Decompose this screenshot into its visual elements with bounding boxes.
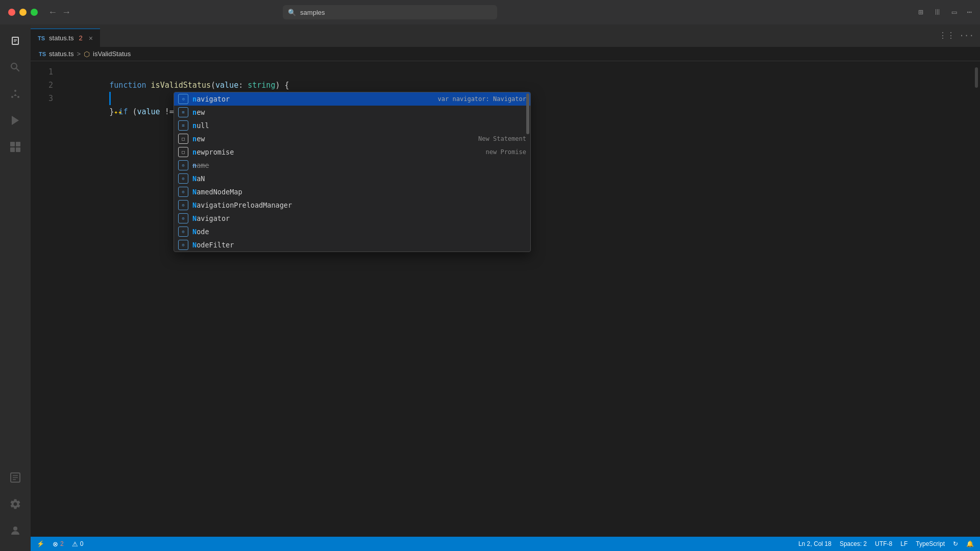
editor-area: TS status.ts 2 × ⋮⋮ ··· TS status.ts > ⬡… [31,24,980,551]
ac-item-name[interactable]: ⊙ name [174,159,530,172]
ac-label-namednodemap: NamedNodeMap [192,188,522,196]
eol[interactable]: LF [900,540,908,547]
close-brace: } [109,107,114,116]
ac-label-navigator: navigator [192,95,434,103]
activity-search[interactable] [3,55,28,80]
activity-files[interactable] [3,29,28,53]
tab-close-button[interactable]: × [89,34,93,42]
autocomplete-scrollbar[interactable] [526,93,529,134]
forward-button[interactable]: → [64,7,69,17]
titlebar: ← → 🔍 samples ⊞ ⫼ ▭ ⋯ [0,0,980,24]
split-editor-icon[interactable]: ⫼ [934,7,942,17]
ac-label-new-snip: new [192,135,474,143]
code-area[interactable]: function isValidStatus(value: string) { … [61,65,973,537]
breadcrumb-function[interactable]: isValidStatus [93,50,131,58]
scrollbar-thumb [975,67,978,88]
remote-icon: ⚡ [37,540,44,547]
activity-settings[interactable] [3,492,28,516]
indentation[interactable]: Spaces: 2 [840,540,867,547]
cursor-position[interactable]: Ln 2, Col 18 [798,540,831,547]
svg-rect-1 [14,40,17,41]
ac-label-null: null [192,121,522,130]
ac-item-namednodemap[interactable]: ⊙ NamedNodeMap [174,185,530,198]
ac-icon-new-snip: □ [178,134,188,144]
function-icon: ⬡ [84,50,90,58]
ac-icon-node: ⊙ [178,227,188,237]
ac-item-newpromise[interactable]: □ newpromise new Promise [174,145,530,159]
position-text: Ln 2, Col 18 [798,540,831,547]
ac-item-new-snip[interactable]: □ new New Statement [174,132,530,145]
ac-label-navpreload: NavigationPreloadManager [192,201,522,209]
ac-icon-null: ≡ [178,120,188,131]
split-editor-icon[interactable]: ⋮⋮ [939,31,955,41]
more-icon[interactable]: ⋯ [967,7,972,17]
line-numbers: 1 2 3 [31,65,61,537]
spaces-text: Spaces: 2 [840,540,867,547]
activity-source-control[interactable] [3,82,28,106]
ac-icon-new-kw: ≡ [178,107,188,117]
ac-item-nan[interactable]: ⊙ NaN [174,172,530,185]
search-text: samples [300,9,325,16]
wand-icons: ✦✦ [114,108,122,116]
breadcrumb-file[interactable]: status.ts [49,50,74,58]
svg-point-16 [13,527,17,531]
ac-icon-navpreload: ⊙ [178,200,188,210]
warning-count-item[interactable]: ⚠ 0 [72,540,84,548]
autocomplete-dropdown[interactable]: ⊙ navigator var navigator: Navigator ≡ n… [174,92,531,252]
remote-indicator[interactable]: ⚡ [37,540,44,547]
ac-detail-newpromise: new Promise [486,148,526,156]
var-value: value [137,107,160,116]
ac-label-newpromise: newpromise [192,148,482,156]
ac-icon-navigator-class: ⊙ [178,213,188,223]
search-icon: 🔍 [288,9,296,16]
breadcrumb-ts-badge: TS [39,51,46,57]
ac-icon-namednodemap: ⊙ [178,187,188,197]
line-number-2: 2 [31,79,53,92]
svg-rect-9 [16,142,20,146]
command-palette[interactable]: 🔍 samples [283,5,497,19]
svg-point-5 [17,96,19,98]
notification-icon-item[interactable]: 🔔 [966,540,974,547]
activity-run[interactable] [3,108,28,133]
ac-label-nan: NaN [192,174,522,183]
activity-account[interactable] [3,518,28,543]
notification-icon: 🔔 [966,540,974,547]
close-button[interactable] [8,9,15,16]
ac-item-null[interactable]: ≡ null [174,119,530,132]
ac-match: n [192,95,197,103]
warning-count: 0 [80,540,84,547]
main-layout: TS status.ts 2 × ⋮⋮ ··· TS status.ts > ⬡… [0,24,980,551]
editor-scrollbar[interactable] [973,65,980,537]
language-mode[interactable]: TypeScript [916,540,945,547]
breadcrumb-separator: > [77,50,81,58]
tab-status-ts[interactable]: TS status.ts 2 × [31,29,100,47]
ac-item-new-kw[interactable]: ≡ new [174,106,530,119]
ac-label-new-kw: new [192,108,522,116]
ac-label-name: name [192,161,522,169]
panel-icon[interactable]: ▭ [952,7,957,17]
ac-detail-new-snip: New Statement [478,135,526,142]
traffic-lights [8,9,38,16]
ac-item-navpreload[interactable]: ⊙ NavigationPreloadManager [174,198,530,212]
encoding[interactable]: UTF-8 [875,540,892,547]
error-icon: ⊗ [53,540,58,548]
line-number-1: 1 [31,65,53,79]
activity-log[interactable] [3,465,28,490]
sync-icon-item[interactable]: ↻ [953,540,958,547]
more-actions-icon[interactable]: ··· [959,31,974,40]
activity-extensions[interactable] [3,135,28,159]
nav-buttons: ← → [50,7,69,17]
ac-icon-newpromise: □ [178,147,188,157]
eol-text: LF [900,540,908,547]
minimize-button[interactable] [19,9,27,16]
ac-item-nodefilter[interactable]: ⊙ NodeFilter [174,238,530,252]
error-count-item[interactable]: ⊗ 2 [53,540,64,548]
line-number-3: 3 [31,92,53,105]
layout-icon[interactable]: ⊞ [918,7,923,17]
ac-item-node[interactable]: ⊙ Node [174,225,530,238]
back-button[interactable]: ← [50,7,56,17]
ac-item-navigator-class[interactable]: ⊙ Navigator [174,212,530,225]
maximize-button[interactable] [31,9,38,16]
svg-point-3 [14,90,16,92]
ac-item-navigator[interactable]: ⊙ navigator var navigator: Navigator [174,92,530,106]
